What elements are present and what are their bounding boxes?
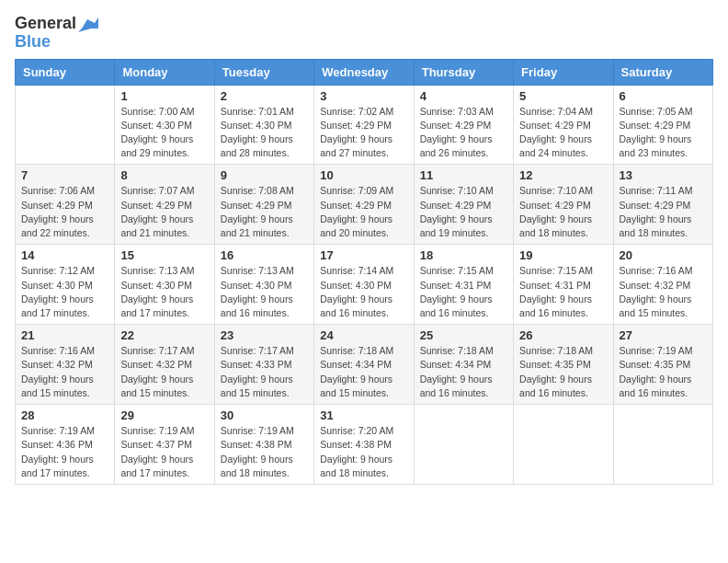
day-info: Sunrise: 7:19 AM Sunset: 4:36 PM Dayligh… bbox=[21, 424, 108, 480]
day-number: 3 bbox=[320, 89, 407, 103]
weekday-header-wednesday: Wednesday bbox=[314, 59, 414, 85]
day-number: 31 bbox=[320, 408, 407, 422]
day-number: 15 bbox=[120, 248, 208, 262]
calendar-cell: 17Sunrise: 7:14 AM Sunset: 4:30 PM Dayli… bbox=[314, 245, 414, 325]
day-info: Sunrise: 7:12 AM Sunset: 4:30 PM Dayligh… bbox=[21, 264, 108, 320]
calendar-cell bbox=[613, 405, 712, 485]
day-info: Sunrise: 7:15 AM Sunset: 4:31 PM Dayligh… bbox=[420, 264, 507, 320]
day-number: 17 bbox=[320, 248, 407, 262]
calendar-cell bbox=[514, 405, 613, 485]
day-number: 11 bbox=[420, 168, 507, 182]
day-info: Sunrise: 7:11 AM Sunset: 4:29 PM Dayligh… bbox=[620, 184, 707, 240]
calendar-cell: 3Sunrise: 7:02 AM Sunset: 4:29 PM Daylig… bbox=[314, 85, 414, 165]
day-info: Sunrise: 7:08 AM Sunset: 4:29 PM Dayligh… bbox=[221, 184, 308, 240]
calendar-cell: 30Sunrise: 7:19 AM Sunset: 4:38 PM Dayli… bbox=[214, 405, 313, 485]
day-info: Sunrise: 7:13 AM Sunset: 4:30 PM Dayligh… bbox=[120, 264, 208, 320]
calendar-cell: 19Sunrise: 7:15 AM Sunset: 4:31 PM Dayli… bbox=[514, 245, 613, 325]
day-number: 14 bbox=[21, 248, 108, 262]
weekday-header-thursday: Thursday bbox=[414, 59, 513, 85]
calendar-cell: 14Sunrise: 7:12 AM Sunset: 4:30 PM Dayli… bbox=[16, 245, 115, 325]
day-number: 28 bbox=[21, 408, 108, 422]
day-number: 7 bbox=[21, 168, 108, 182]
calendar-cell: 11Sunrise: 7:10 AM Sunset: 4:29 PM Dayli… bbox=[414, 165, 513, 245]
calendar-cell: 15Sunrise: 7:13 AM Sunset: 4:30 PM Dayli… bbox=[115, 245, 214, 325]
calendar-week-row: 21Sunrise: 7:16 AM Sunset: 4:32 PM Dayli… bbox=[16, 325, 713, 405]
day-info: Sunrise: 7:15 AM Sunset: 4:31 PM Dayligh… bbox=[519, 264, 607, 320]
day-info: Sunrise: 7:18 AM Sunset: 4:34 PM Dayligh… bbox=[420, 344, 507, 400]
calendar-cell bbox=[414, 405, 513, 485]
day-number: 20 bbox=[620, 248, 707, 262]
day-number: 25 bbox=[420, 328, 507, 342]
calendar-week-row: 14Sunrise: 7:12 AM Sunset: 4:30 PM Dayli… bbox=[16, 245, 713, 325]
calendar-cell: 1Sunrise: 7:00 AM Sunset: 4:30 PM Daylig… bbox=[115, 85, 214, 165]
weekday-header-friday: Friday bbox=[514, 59, 613, 85]
day-number: 26 bbox=[519, 328, 607, 342]
day-info: Sunrise: 7:03 AM Sunset: 4:29 PM Dayligh… bbox=[420, 105, 507, 161]
day-number: 16 bbox=[221, 248, 308, 262]
day-info: Sunrise: 7:19 AM Sunset: 4:35 PM Dayligh… bbox=[620, 344, 707, 400]
weekday-header-saturday: Saturday bbox=[613, 59, 712, 85]
calendar-cell: 13Sunrise: 7:11 AM Sunset: 4:29 PM Dayli… bbox=[613, 165, 712, 245]
calendar-cell: 12Sunrise: 7:10 AM Sunset: 4:29 PM Dayli… bbox=[514, 165, 613, 245]
calendar-cell: 31Sunrise: 7:20 AM Sunset: 4:38 PM Dayli… bbox=[314, 405, 414, 485]
weekday-header-row: SundayMondayTuesdayWednesdayThursdayFrid… bbox=[16, 59, 713, 85]
day-info: Sunrise: 7:19 AM Sunset: 4:38 PM Dayligh… bbox=[221, 424, 308, 480]
day-info: Sunrise: 7:06 AM Sunset: 4:29 PM Dayligh… bbox=[21, 184, 108, 240]
calendar-cell: 5Sunrise: 7:04 AM Sunset: 4:29 PM Daylig… bbox=[514, 85, 613, 165]
day-number: 4 bbox=[420, 89, 507, 103]
calendar-cell: 16Sunrise: 7:13 AM Sunset: 4:30 PM Dayli… bbox=[214, 245, 313, 325]
calendar-cell: 28Sunrise: 7:19 AM Sunset: 4:36 PM Dayli… bbox=[16, 405, 115, 485]
page-header: General Blue bbox=[15, 15, 713, 52]
calendar-cell: 6Sunrise: 7:05 AM Sunset: 4:29 PM Daylig… bbox=[613, 85, 712, 165]
day-number: 8 bbox=[120, 168, 208, 182]
day-number: 24 bbox=[320, 328, 407, 342]
logo-general-text: General bbox=[15, 15, 76, 33]
day-info: Sunrise: 7:20 AM Sunset: 4:38 PM Dayligh… bbox=[320, 424, 407, 480]
day-info: Sunrise: 7:01 AM Sunset: 4:30 PM Dayligh… bbox=[221, 105, 308, 161]
day-info: Sunrise: 7:16 AM Sunset: 4:32 PM Dayligh… bbox=[620, 264, 707, 320]
weekday-header-sunday: Sunday bbox=[16, 59, 115, 85]
day-number: 22 bbox=[120, 328, 208, 342]
day-info: Sunrise: 7:02 AM Sunset: 4:29 PM Dayligh… bbox=[320, 105, 407, 161]
day-number: 5 bbox=[519, 89, 607, 103]
calendar-cell: 8Sunrise: 7:07 AM Sunset: 4:29 PM Daylig… bbox=[115, 165, 214, 245]
weekday-header-tuesday: Tuesday bbox=[214, 59, 313, 85]
day-number: 23 bbox=[221, 328, 308, 342]
day-number: 1 bbox=[120, 89, 208, 103]
calendar-cell bbox=[16, 85, 115, 165]
day-number: 21 bbox=[21, 328, 108, 342]
day-info: Sunrise: 7:17 AM Sunset: 4:33 PM Dayligh… bbox=[221, 344, 308, 400]
day-info: Sunrise: 7:13 AM Sunset: 4:30 PM Dayligh… bbox=[221, 264, 308, 320]
day-number: 12 bbox=[519, 168, 607, 182]
calendar-cell: 2Sunrise: 7:01 AM Sunset: 4:30 PM Daylig… bbox=[214, 85, 313, 165]
calendar-cell: 7Sunrise: 7:06 AM Sunset: 4:29 PM Daylig… bbox=[16, 165, 115, 245]
day-number: 10 bbox=[320, 168, 407, 182]
day-number: 27 bbox=[620, 328, 707, 342]
day-number: 9 bbox=[221, 168, 308, 182]
day-info: Sunrise: 7:00 AM Sunset: 4:30 PM Dayligh… bbox=[120, 105, 208, 161]
logo: General Blue bbox=[15, 15, 98, 52]
day-info: Sunrise: 7:19 AM Sunset: 4:37 PM Dayligh… bbox=[120, 424, 208, 480]
day-number: 2 bbox=[221, 89, 308, 103]
day-info: Sunrise: 7:04 AM Sunset: 4:29 PM Dayligh… bbox=[519, 105, 607, 161]
calendar-cell: 21Sunrise: 7:16 AM Sunset: 4:32 PM Dayli… bbox=[16, 325, 115, 405]
calendar-cell: 22Sunrise: 7:17 AM Sunset: 4:32 PM Dayli… bbox=[115, 325, 214, 405]
calendar-cell: 25Sunrise: 7:18 AM Sunset: 4:34 PM Dayli… bbox=[414, 325, 513, 405]
weekday-header-monday: Monday bbox=[115, 59, 214, 85]
calendar-cell: 18Sunrise: 7:15 AM Sunset: 4:31 PM Dayli… bbox=[414, 245, 513, 325]
calendar-cell: 23Sunrise: 7:17 AM Sunset: 4:33 PM Dayli… bbox=[214, 325, 313, 405]
day-info: Sunrise: 7:07 AM Sunset: 4:29 PM Dayligh… bbox=[120, 184, 208, 240]
calendar-table: SundayMondayTuesdayWednesdayThursdayFrid… bbox=[15, 59, 713, 485]
calendar-week-row: 28Sunrise: 7:19 AM Sunset: 4:36 PM Dayli… bbox=[16, 405, 713, 485]
calendar-week-row: 1Sunrise: 7:00 AM Sunset: 4:30 PM Daylig… bbox=[16, 85, 713, 165]
day-info: Sunrise: 7:10 AM Sunset: 4:29 PM Dayligh… bbox=[519, 184, 607, 240]
calendar-cell: 10Sunrise: 7:09 AM Sunset: 4:29 PM Dayli… bbox=[314, 165, 414, 245]
calendar-cell: 20Sunrise: 7:16 AM Sunset: 4:32 PM Dayli… bbox=[613, 245, 712, 325]
day-number: 18 bbox=[420, 248, 507, 262]
calendar-cell: 4Sunrise: 7:03 AM Sunset: 4:29 PM Daylig… bbox=[414, 85, 513, 165]
day-info: Sunrise: 7:05 AM Sunset: 4:29 PM Dayligh… bbox=[620, 105, 707, 161]
calendar-cell: 9Sunrise: 7:08 AM Sunset: 4:29 PM Daylig… bbox=[214, 165, 313, 245]
day-info: Sunrise: 7:18 AM Sunset: 4:34 PM Dayligh… bbox=[320, 344, 407, 400]
logo-blue-text: Blue bbox=[15, 33, 51, 52]
calendar-cell: 29Sunrise: 7:19 AM Sunset: 4:37 PM Dayli… bbox=[115, 405, 214, 485]
